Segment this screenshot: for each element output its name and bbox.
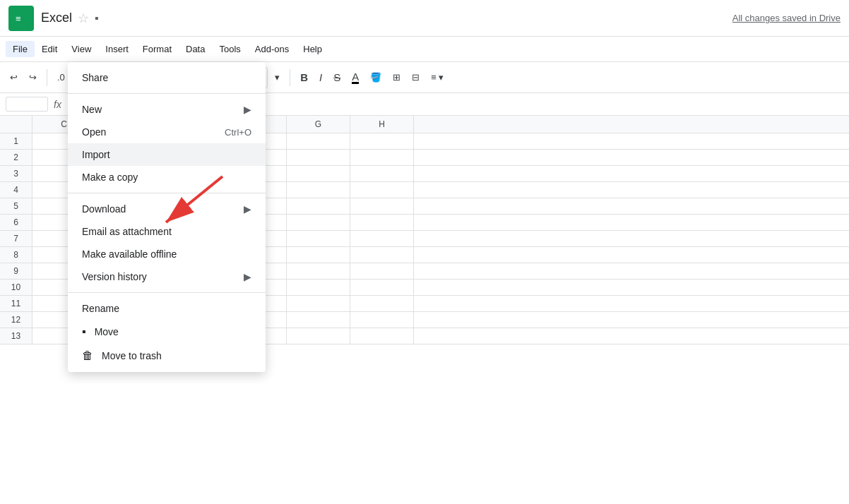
menu-edit[interactable]: Edit — [35, 41, 64, 57]
menu-addons[interactable]: Add-ons — [248, 41, 296, 57]
cell-h7[interactable] — [350, 231, 414, 246]
dropdown-separator-3 — [68, 292, 266, 293]
bold-button[interactable]: B — [296, 68, 312, 86]
share-label: Share — [82, 72, 108, 83]
svg-text:≡: ≡ — [16, 13, 21, 24]
menu-item-share[interactable]: Share — [68, 66, 266, 89]
menu-help[interactable]: Help — [296, 41, 329, 57]
strikethrough-button[interactable]: S — [329, 68, 345, 86]
folder-icon[interactable]: ▪ — [95, 12, 99, 25]
app-logo: ≡ — [8, 6, 34, 31]
menu-bar: File Edit View Insert Format Data Tools … — [0, 37, 849, 62]
format-decimal-less-button[interactable]: .0 — [53, 69, 69, 85]
menu-item-download[interactable]: Download ▶ — [68, 198, 266, 220]
corner-cell — [0, 116, 32, 133]
cell-g9[interactable] — [287, 263, 350, 279]
dropdown-separator-1 — [68, 93, 266, 94]
menu-insert[interactable]: Insert — [98, 41, 136, 57]
row-header-6[interactable]: 6 — [0, 215, 32, 230]
row-header-10[interactable]: 10 — [0, 280, 32, 295]
font-size-down-button[interactable]: ▾ — [271, 69, 284, 85]
cell-g4[interactable] — [287, 182, 350, 198]
redo-button[interactable]: ↪ — [25, 69, 41, 85]
move-label: Move — [95, 326, 119, 337]
star-icon[interactable]: ☆ — [78, 11, 89, 26]
app-title: Excel — [41, 11, 72, 25]
menu-item-new[interactable]: New ▶ — [68, 98, 266, 121]
new-arrow-icon: ▶ — [244, 104, 251, 115]
cell-h8[interactable] — [350, 247, 414, 263]
make-copy-label: Make a copy — [82, 172, 138, 183]
cell-g7[interactable] — [287, 231, 350, 246]
cell-g10[interactable] — [287, 280, 350, 295]
cell-g13[interactable] — [287, 328, 350, 344]
cell-h13[interactable] — [350, 328, 414, 344]
cell-g1[interactable] — [287, 133, 350, 149]
menu-item-trash[interactable]: 🗑 Move to trash — [68, 344, 266, 368]
menu-item-make-copy[interactable]: Make a copy — [68, 166, 266, 188]
row-header-8[interactable]: 8 — [0, 247, 32, 263]
cell-h4[interactable] — [350, 182, 414, 198]
file-dropdown-menu: Share New ▶ Open Ctrl+O Import Make a co… — [68, 62, 266, 372]
rename-label: Rename — [82, 303, 119, 314]
col-header-h[interactable]: H — [350, 116, 414, 133]
open-label: Open — [82, 126, 106, 138]
italic-button[interactable]: I — [315, 68, 326, 86]
version-history-label: Version history — [82, 271, 147, 282]
menu-data[interactable]: Data — [179, 41, 212, 57]
row-header-2[interactable]: 2 — [0, 150, 32, 165]
underline-button[interactable]: A — [348, 68, 363, 87]
cell-h10[interactable] — [350, 280, 414, 295]
menu-tools[interactable]: Tools — [212, 41, 247, 57]
menu-item-offline[interactable]: Make available offline — [68, 243, 266, 265]
menu-format[interactable]: Format — [136, 41, 179, 57]
row-header-11[interactable]: 11 — [0, 296, 32, 311]
cell-g5[interactable] — [287, 198, 350, 214]
cell-h3[interactable] — [350, 166, 414, 181]
version-history-arrow-icon: ▶ — [244, 271, 251, 282]
cell-g6[interactable] — [287, 215, 350, 230]
cell-h1[interactable] — [350, 133, 414, 149]
undo-button[interactable]: ↩ — [6, 69, 22, 85]
menu-item-email-attachment[interactable]: Email as attachment — [68, 220, 266, 243]
cell-g12[interactable] — [287, 312, 350, 328]
cell-h6[interactable] — [350, 215, 414, 230]
cell-g11[interactable] — [287, 296, 350, 311]
menu-item-move[interactable]: ▪ Move — [68, 320, 266, 344]
email-attachment-label: Email as attachment — [82, 226, 172, 237]
cell-h5[interactable] — [350, 198, 414, 214]
cell-g2[interactable] — [287, 150, 350, 165]
menu-item-rename[interactable]: Rename — [68, 297, 266, 320]
row-header-5[interactable]: 5 — [0, 198, 32, 214]
row-header-13[interactable]: 13 — [0, 328, 32, 344]
title-bar: ≡ Excel ☆ ▪ All changes saved in Drive — [0, 0, 849, 37]
merge-button[interactable]: ⊟ — [408, 69, 424, 85]
fill-color-button[interactable]: 🪣 — [366, 69, 386, 85]
borders-button[interactable]: ⊞ — [388, 69, 405, 85]
new-label: New — [82, 104, 102, 115]
cell-g8[interactable] — [287, 247, 350, 263]
row-header-12[interactable]: 12 — [0, 312, 32, 328]
menu-item-version-history[interactable]: Version history ▶ — [68, 265, 266, 288]
menu-item-import[interactable]: Import — [68, 143, 266, 166]
col-header-g[interactable]: G — [287, 116, 350, 133]
row-header-1[interactable]: 1 — [0, 133, 32, 149]
cell-reference-input[interactable] — [6, 97, 48, 112]
align-button[interactable]: ≡ ▾ — [427, 69, 448, 85]
toolbar-sep-1 — [47, 69, 47, 86]
save-status: All changes saved in Drive — [732, 13, 841, 23]
menu-item-open[interactable]: Open Ctrl+O — [68, 121, 266, 143]
cell-h12[interactable] — [350, 312, 414, 328]
menu-view[interactable]: View — [64, 41, 98, 57]
cell-h2[interactable] — [350, 150, 414, 165]
row-header-7[interactable]: 7 — [0, 231, 32, 246]
trash-label: Move to trash — [102, 350, 162, 361]
cell-h9[interactable] — [350, 263, 414, 279]
row-header-4[interactable]: 4 — [0, 182, 32, 198]
download-label: Download — [82, 203, 126, 215]
row-header-3[interactable]: 3 — [0, 166, 32, 181]
row-header-9[interactable]: 9 — [0, 263, 32, 279]
cell-g3[interactable] — [287, 166, 350, 181]
cell-h11[interactable] — [350, 296, 414, 311]
menu-file[interactable]: File — [6, 41, 35, 57]
